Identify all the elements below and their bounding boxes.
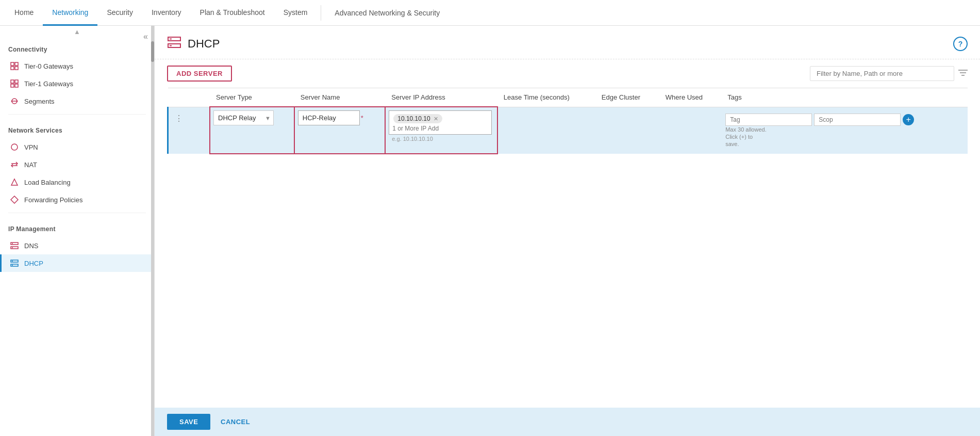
- svg-rect-6: [11, 84, 14, 87]
- svg-marker-16: [11, 196, 18, 203]
- scope-input[interactable]: [814, 114, 901, 126]
- sidebar-item-tier1-label: Tier-1 Gateways: [24, 80, 73, 88]
- dns-icon: [10, 241, 19, 250]
- row-server-ip-cell: 10.10.10.10 ✕ e.g. 10.10.10.10: [385, 107, 497, 154]
- tag-input[interactable]: [725, 114, 812, 126]
- help-button[interactable]: ?: [953, 37, 968, 51]
- forwarding-icon: [10, 196, 19, 204]
- toolbar: ADD SERVER: [155, 59, 980, 88]
- sidebar-item-forwarding-policies-label: Forwarding Policies: [24, 196, 82, 204]
- nav-inventory[interactable]: Inventory: [142, 1, 191, 26]
- sidebar-divider-1: [8, 114, 146, 115]
- sidebar-scrollbar[interactable]: [151, 26, 154, 436]
- table-header-row: Server Type Server Name Server IP Addres…: [168, 88, 968, 107]
- sidebar-item-segments-label: Segments: [24, 98, 55, 105]
- col-server-name: Server Name: [294, 88, 385, 107]
- svg-point-11: [16, 101, 18, 102]
- filter-input[interactable]: [810, 66, 954, 81]
- dhcp-servers-table: Server Type Server Name Server IP Addres…: [167, 88, 968, 154]
- sidebar-item-forwarding-policies[interactable]: Forwarding Policies: [0, 191, 154, 208]
- add-server-button[interactable]: ADD SERVER: [167, 66, 232, 82]
- sidebar-scrollbar-thumb[interactable]: [151, 41, 154, 62]
- page-header: DHCP ?: [155, 26, 980, 59]
- nav-home[interactable]: Home: [5, 1, 43, 26]
- row-server-name-cell: *: [294, 107, 385, 154]
- col-server-type: Server Type: [210, 88, 294, 107]
- svg-rect-1: [15, 62, 18, 66]
- ip-tag: 10.10.10.10 ✕: [393, 114, 442, 123]
- col-edge-cluster: Edge Cluster: [595, 88, 659, 107]
- ip-tag-close-button[interactable]: ✕: [434, 116, 438, 122]
- row-tags-cell: + Max 30 allowed. Click (+) to save.: [721, 107, 968, 154]
- col-lease-time: Lease Time (seconds): [497, 88, 595, 107]
- row-where-used-cell: [659, 107, 721, 154]
- tag-max-note: Max 30 allowed. Click (+) to save.: [725, 126, 767, 148]
- chevron-up-icon: ▲: [74, 28, 80, 36]
- page-title-row: DHCP: [167, 35, 220, 53]
- cancel-button[interactable]: CANCEL: [212, 414, 258, 430]
- sidebar-item-load-balancing[interactable]: Load Balancing: [0, 173, 154, 191]
- row-server-type-cell: DHCP Relay DHCP Server ▼: [210, 107, 294, 154]
- sidebar-section-network-services: Network Services: [0, 119, 154, 138]
- dhcp-icon: [10, 259, 19, 267]
- server-type-select-wrapper: DHCP Relay DHCP Server ▼: [213, 110, 274, 125]
- top-navigation: Home Networking Security Inventory Plan …: [0, 0, 980, 26]
- row-context-menu-button[interactable]: ⋮: [173, 114, 185, 123]
- svg-rect-3: [15, 67, 18, 70]
- sidebar-divider-2: [8, 213, 146, 213]
- sidebar-item-nat[interactable]: NAT: [0, 156, 154, 173]
- sidebar-item-vpn-label: VPN: [24, 143, 38, 151]
- sidebar-scroll-up-button[interactable]: ▲: [0, 26, 154, 38]
- sidebar-item-dhcp[interactable]: DHCP: [0, 254, 154, 272]
- table-wrapper: Server Type Server Name Server IP Addres…: [155, 88, 980, 408]
- svg-rect-4: [11, 80, 14, 83]
- sidebar-section-connectivity: Connectivity: [0, 38, 154, 57]
- nat-icon: [10, 160, 19, 169]
- col-where-used: Where Used: [659, 88, 721, 107]
- svg-rect-5: [15, 80, 18, 83]
- nav-system[interactable]: System: [274, 1, 317, 26]
- add-tag-button[interactable]: +: [903, 114, 914, 125]
- ip-hint: e.g. 10.10.10.10: [389, 135, 494, 143]
- row-checkbox-cell: [189, 107, 210, 154]
- tags-area: +: [725, 114, 964, 126]
- sidebar-item-segments[interactable]: Segments: [0, 92, 154, 110]
- sidebar-item-dns-label: DNS: [24, 242, 38, 250]
- ip-input[interactable]: [392, 125, 444, 132]
- filter-lines-icon[interactable]: [958, 69, 968, 78]
- sidebar-item-load-balancing-label: Load Balancing: [24, 179, 71, 186]
- sidebar-item-dhcp-label: DHCP: [24, 260, 43, 267]
- required-star: *: [361, 114, 363, 122]
- main-layout: « ▲ Connectivity Tier-0 Gateways: [0, 26, 980, 436]
- page-title: DHCP: [188, 37, 220, 51]
- server-type-select[interactable]: DHCP Relay DHCP Server: [213, 110, 274, 125]
- row-edge-cluster-cell: [595, 107, 659, 154]
- ip-tag-value: 10.10.10.10: [397, 115, 430, 122]
- table-row-editing: ⋮ DHCP Relay DHCP Server ▼: [168, 107, 968, 154]
- svg-rect-7: [15, 84, 18, 87]
- load-balancing-icon: [10, 178, 19, 186]
- col-tags: Tags: [721, 88, 968, 107]
- nav-plan-troubleshoot[interactable]: Plan & Troubleshoot: [191, 1, 274, 26]
- server-name-input[interactable]: [298, 110, 360, 125]
- fork-icon: [10, 97, 19, 105]
- nav-security[interactable]: Security: [97, 1, 142, 26]
- dhcp-page-icon: [167, 35, 181, 53]
- nav-advanced[interactable]: Advanced Networking & Security: [325, 0, 449, 25]
- sidebar-item-dns[interactable]: DNS: [0, 237, 154, 254]
- sidebar-item-tier0-label: Tier-0 Gateways: [24, 62, 73, 70]
- sidebar-item-tier0[interactable]: Tier-0 Gateways: [0, 57, 154, 75]
- row-menu-cell: ⋮: [168, 107, 190, 154]
- svg-point-10: [11, 101, 13, 102]
- save-button[interactable]: SAVE: [167, 414, 210, 430]
- nav-networking[interactable]: Networking: [43, 1, 97, 26]
- sidebar-item-vpn[interactable]: VPN: [0, 138, 154, 156]
- sidebar-item-tier1[interactable]: Tier-1 Gateways: [0, 75, 154, 92]
- sidebar-collapse-button[interactable]: «: [141, 30, 150, 43]
- grid-icon-2: [10, 79, 19, 88]
- svg-rect-0: [11, 62, 14, 66]
- sidebar: « ▲ Connectivity Tier-0 Gateways: [0, 26, 155, 436]
- ip-field-wrapper[interactable]: 10.10.10.10 ✕: [389, 110, 492, 135]
- svg-point-12: [11, 144, 18, 150]
- col-server-ip: Server IP Address: [385, 88, 497, 107]
